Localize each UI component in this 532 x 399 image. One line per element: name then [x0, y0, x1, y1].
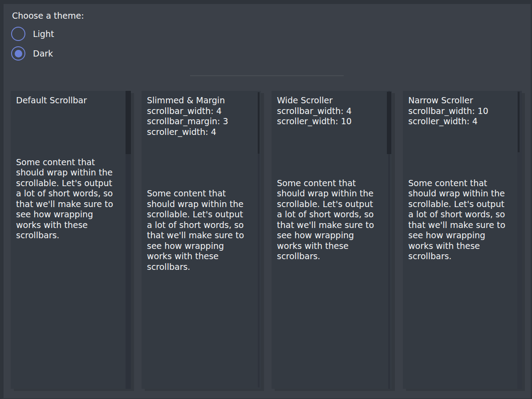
panel-title: Narrow Scroller: [408, 95, 516, 106]
panel-body: Some content that should wrap within the…: [408, 178, 516, 262]
scroll-panel-narrow-scroller[interactable]: Narrow Scroller scrollbar_width: 10 scro…: [403, 91, 522, 389]
panel-content: Default Scrollbar Some content that shou…: [11, 91, 131, 245]
panel-content: Slimmed & Margin scrollbar_width: 4 scro…: [142, 91, 261, 277]
app-root: Choose a theme: Light Dark Default Scrol…: [0, 0, 532, 399]
panel-body: Some content that should wrap within the…: [277, 178, 386, 262]
panel-title: Wide Scroller: [277, 95, 386, 106]
scroll-panel-default[interactable]: Default Scrollbar Some content that shou…: [11, 91, 131, 389]
radio-label-light[interactable]: Light: [33, 29, 54, 39]
panel-body: Some content that should wrap within the…: [147, 188, 256, 272]
panel-title: Slimmed & Margin: [147, 95, 256, 106]
radio-option-dark[interactable]: Dark: [11, 46, 53, 61]
radio-label-dark[interactable]: Dark: [33, 49, 53, 58]
radio-selected-dot-icon: [15, 50, 22, 57]
panel-config: scrollbar_width: 4 scrollbar_margin: 3 s…: [147, 106, 256, 138]
panel-content: Wide Scroller scrollbar_width: 4 scrolle…: [272, 91, 392, 266]
panel-config: scrollbar_width: 4 scroller_width: 10: [277, 106, 386, 127]
scrollbar-thumb[interactable]: [258, 92, 260, 154]
radio-button-icon[interactable]: [11, 27, 25, 41]
scroll-panel-wide-scroller[interactable]: Wide Scroller scrollbar_width: 4 scrolle…: [272, 91, 392, 389]
panel-body: Some content that should wrap within the…: [16, 157, 126, 241]
panel-title: Default Scrollbar: [16, 95, 126, 106]
panel-config: scrollbar_width: 10 scroller_width: 4: [408, 106, 516, 127]
theme-chooser-label: Choose a theme:: [12, 11, 84, 21]
section-divider: [190, 75, 344, 76]
scrollbar-thumb[interactable]: [518, 92, 520, 152]
radio-option-light[interactable]: Light: [11, 27, 54, 41]
scrollbar-thumb[interactable]: [387, 92, 391, 154]
panel-content: Narrow Scroller scrollbar_width: 10 scro…: [403, 91, 522, 266]
radio-button-icon[interactable]: [11, 46, 25, 61]
scrollbar-thumb[interactable]: [126, 91, 131, 154]
scroll-panel-slimmed-margin[interactable]: Slimmed & Margin scrollbar_width: 4 scro…: [142, 91, 261, 389]
